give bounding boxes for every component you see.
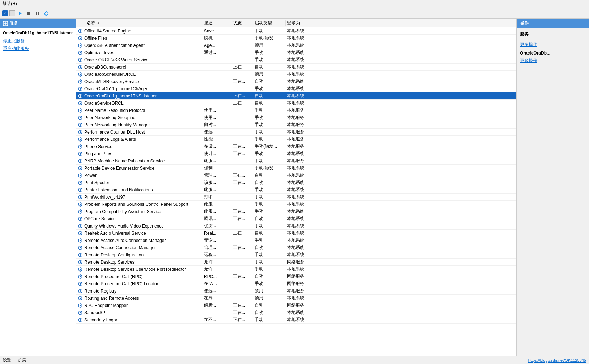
cell-startup: 手动 [253,223,286,229]
cell-service-name: Remote Procedure Call (RPC) [76,274,202,280]
table-row[interactable]: OracleServiceORCL 正在... 自动 本地系统 [76,100,516,107]
service-icon [77,259,83,265]
left-header: 服务 [0,19,76,28]
cell-logon: 本地系统 [286,64,322,70]
service-icon [77,35,83,41]
table-row[interactable]: Office 64 Source Engine Save... 手动 本地系统 [76,27,516,35]
cell-startup: 手动 [253,49,286,56]
status-extend[interactable]: 扩展 [18,358,26,363]
cell-startup: 手动 [253,266,286,272]
service-icon [77,303,83,308]
table-row[interactable]: RPC Endpoint Mapper 解析 ... 正在... 自动 网络服务 [76,302,516,309]
status-link[interactable]: https://blog.csdn.net/OK1125845 [528,358,586,363]
service-icon [77,295,83,301]
cell-startup: 禁用 [253,42,286,48]
cell-startup: 手动 [253,114,286,121]
svg-point-118 [80,160,81,162]
table-row[interactable]: OracleJobSchedulerORCL 禁用 本地系统 [76,71,516,78]
table-row[interactable]: Remote Registry 使远... 禁用 本地服务 [76,287,516,295]
cell-startup: 自动 [253,78,286,84]
action-more-1[interactable]: 更多操作 [520,41,586,48]
table-row[interactable]: Routing and Remote Access 在局... 禁用 本地系统 [76,295,516,302]
table-row[interactable]: OpenSSH Authentication Agent Age... 禁用 本… [76,42,516,49]
service-icon [77,238,83,243]
status-settings[interactable]: 设置 [3,358,11,363]
table-row[interactable]: Power 管理... 正在... 自动 本地系统 [76,172,516,179]
table-row[interactable]: Print Spooler 该服... 正在... 自动 本地系统 [76,179,516,186]
cell-service-name: Performance Counter DLL Host [76,129,202,135]
table-row[interactable]: Remote Desktop Configuration 远程... 手动 本地… [76,251,516,259]
cell-status: 正在... [231,216,253,222]
table-row[interactable]: PNRP Machine Name Publication Service 此服… [76,157,516,165]
cell-startup: 手动 [253,129,286,135]
restart-button[interactable] [43,10,50,17]
table-row[interactable]: Printer Extensions and Notifications 此服.… [76,186,516,194]
table-row[interactable]: Remote Procedure Call (RPC) RPC... 正在...… [76,273,516,280]
table-row[interactable]: Offline Files 脱机... 手动(触发... 本地系统 [76,35,516,42]
table-row[interactable]: Remote Desktop Services 允许... 手动 网络服务 [76,259,516,266]
cell-service-name: Power [76,173,202,178]
stop-button[interactable] [25,10,33,17]
cell-logon: 本地系统 [286,187,322,193]
col-header-status[interactable]: 状态 [231,20,253,26]
table-row[interactable]: OracleOraDb11g_home1TNSListener 正在... 自动… [76,92,516,100]
cell-startup: 自动 [253,100,286,106]
table-row[interactable]: PrintWorkflow_c4197 打印... 手动 本地系统 [76,194,516,201]
table-row[interactable]: Optimize drives 通过... 手动 本地系统 [76,49,516,56]
cell-startup: 自动 [253,179,286,186]
stop-service-link[interactable]: 停止此服务 [3,38,73,44]
action-more-2[interactable]: 更多操作 [520,57,586,65]
table-row[interactable]: Quality Windows Audio Video Experience 优… [76,222,516,230]
cell-logon: 本地系统 [286,237,322,243]
table-row[interactable]: Program Compatibility Assistant Service … [76,208,516,215]
table-row[interactable]: QPCore Service 腾讯... 正在... 自动 本地系统 [76,215,516,222]
svg-point-166 [80,218,81,220]
service-icon [77,57,83,63]
table-row[interactable]: SangforSP 正在... 自动 本地系统 [76,309,516,316]
table-row[interactable]: OracleMTSRecoveryService 正在... 自动 本地系统 [76,78,516,85]
table-row[interactable]: Remote Desktop Services UserMode Port Re… [76,266,516,273]
svg-point-148 [80,196,81,198]
col-header-logon[interactable]: 登录为 [286,20,322,26]
table-row[interactable]: Secondary Logon 在不... 正在... 手动 本地系统 [76,316,516,324]
col-header-name[interactable]: 名称 ▲ [76,20,202,26]
cell-desc: 远程... [202,252,231,258]
table-row[interactable]: Problem Reports and Solutions Control Pa… [76,201,516,208]
service-icon [77,202,83,207]
service-icon [77,230,83,236]
svg-point-196 [80,254,81,256]
play-button[interactable] [17,10,24,17]
menu-help[interactable]: 帮助(H) [2,1,17,7]
restart-service-link[interactable]: 重启动此服务 [3,46,73,52]
table-header: 名称 ▲ 描述 状态 启动类型 登录为 [76,19,516,27]
table-body[interactable]: Office 64 Source Engine Save... 手动 本地系统 … [76,27,516,356]
pause-button[interactable] [34,10,41,17]
table-row[interactable]: Peer Networking Grouping 使用... 手动 本地服务 [76,114,516,121]
table-row[interactable]: Plug and Play 使计... 正在... 手动 本地系统 [76,150,516,157]
actions-section-services: 服务 [520,29,586,39]
cell-logon: 本地系统 [286,252,322,258]
cell-service-name: Secondary Logon [76,317,202,323]
table-row[interactable]: Remote Access Auto Connection Manager 无论… [76,237,516,244]
svg-point-220 [80,283,81,285]
table-row[interactable]: Remote Access Connection Manager 管理... 正… [76,244,516,251]
left-selected-title: OracleOraDb11g_home1TNSListener [3,31,73,35]
table-row[interactable]: Performance Logs & Alerts 性能... 手动 本地服务 [76,136,516,143]
table-row[interactable]: Portable Device Enumerator Service 强制...… [76,165,516,172]
table-row[interactable]: Peer Networking Identity Manager 向对... 手… [76,121,516,129]
cell-service-name: Portable Device Enumerator Service [76,165,202,171]
table-row[interactable]: OracleOraDb11g_home1ClrAgent 手动 本地系统 [76,85,516,92]
table-row[interactable]: Phone Service 在设... 正在... 手动(触发... 本地服务 [76,143,516,150]
col-header-startup[interactable]: 启动类型 [253,20,286,26]
table-row[interactable]: Oracle ORCL VSS Writer Service 手动 本地系统 [76,56,516,64]
table-row[interactable]: Performance Counter DLL Host 使远... 手动 本地… [76,129,516,136]
col-header-desc[interactable]: 描述 [202,20,231,26]
table-row[interactable]: OracleDBConsoleorcl 正在... 自动 本地系统 [76,64,516,71]
svg-point-202 [80,261,81,263]
service-icon [77,266,83,272]
table-row[interactable]: Realtek Audio Universal Service Real... … [76,230,516,237]
table-row[interactable]: Peer Name Resolution Protocol 使用... 手动 本… [76,107,516,114]
cell-service-name: SangforSP [76,310,202,316]
table-row[interactable]: Remote Procedure Call (RPC) Locator 在 W.… [76,280,516,287]
left-content: OracleOraDb11g_home1TNSListener 停止此服务 重启… [0,28,76,356]
